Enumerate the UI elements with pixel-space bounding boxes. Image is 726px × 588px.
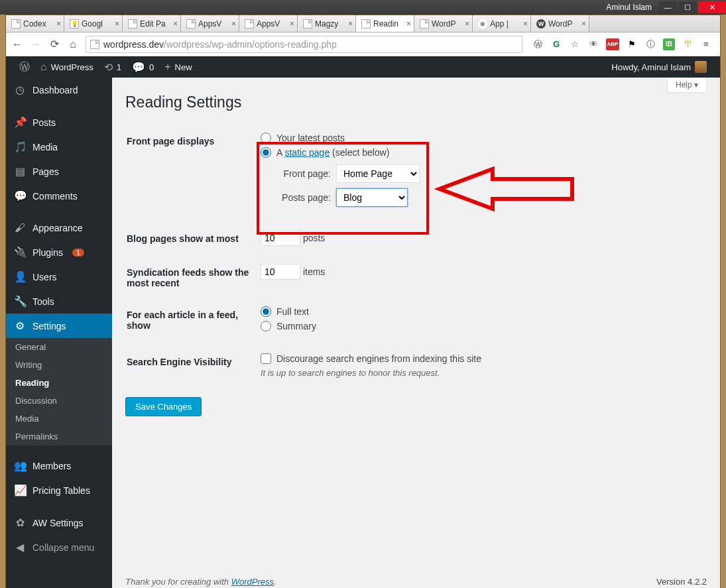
menu-icon[interactable]: ≡ — [700, 38, 712, 50]
info-ext-icon[interactable]: ⓘ — [644, 38, 656, 50]
wp-logo-menu[interactable]: Ⓦ — [14, 56, 35, 78]
tab-close-icon[interactable]: × — [406, 19, 411, 29]
radio-summary[interactable] — [261, 321, 271, 331]
browser-tab[interactable]: WWordP× — [531, 15, 589, 32]
wrench-icon: 🔧 — [14, 295, 26, 308]
comment-icon: 💬 — [132, 61, 145, 74]
option-discourage[interactable]: Discourage search engines from indexing … — [261, 353, 699, 364]
option-full-text[interactable]: Full text — [261, 306, 699, 317]
browser-tab[interactable]: Edit Pa× — [123, 15, 181, 32]
tab-close-icon[interactable]: × — [465, 19, 469, 29]
tt-ext-icon[interactable]: Ͳ — [682, 38, 694, 50]
eye-ext-icon[interactable]: 👁 — [587, 38, 599, 50]
nav-reload-button[interactable]: ⟳ — [48, 38, 60, 50]
menu-aw-settings[interactable]: ✿AW Settings — [6, 510, 112, 535]
window-minimize-button[interactable]: — — [658, 1, 677, 13]
menu-settings[interactable]: ⚙Settings — [6, 314, 112, 338]
browser-tab[interactable]: ⊕App |× — [473, 15, 531, 32]
url-host: wordpress.dev — [103, 39, 164, 50]
tab-close-icon[interactable]: × — [348, 19, 353, 29]
flag-ext-icon[interactable]: ⚑ — [626, 38, 638, 50]
browser-tab[interactable]: WordP× — [414, 15, 473, 32]
select-front-page[interactable]: Home Page — [336, 164, 420, 183]
option-static-page[interactable]: A static page (select below) — [261, 147, 699, 158]
option-latest-posts[interactable]: Your latest posts — [261, 133, 699, 143]
input-posts-per-rss[interactable] — [261, 264, 300, 280]
tab-title: Magzy — [315, 19, 345, 29]
browser-tab[interactable]: Readin× — [356, 15, 414, 32]
submenu-permalinks[interactable]: Permalinks — [6, 428, 112, 445]
tab-close-icon[interactable]: × — [231, 19, 236, 29]
os-titlebar: Aminul Islam — ☐ ✕ — [0, 0, 726, 15]
wordpress-ext-icon[interactable]: Ⓦ — [532, 38, 544, 50]
menu-comments[interactable]: 💬Comments — [6, 184, 112, 208]
menu-appearance[interactable]: 🖌Appearance — [6, 216, 112, 240]
browser-tab[interactable]: 💡Googl× — [64, 15, 123, 32]
howdy-text: Howdy, Aminul Islam — [611, 62, 691, 72]
tab-close-icon[interactable]: × — [523, 19, 528, 29]
radio-full-text[interactable] — [261, 306, 271, 317]
menu-media[interactable]: 🎵Media — [6, 135, 112, 159]
radio-latest-posts[interactable] — [261, 133, 271, 143]
tab-favicon-icon: ⊕ — [478, 19, 487, 29]
tab-close-icon[interactable]: × — [56, 19, 61, 29]
help-tab[interactable]: Help ▾ — [667, 78, 707, 93]
collapse-menu[interactable]: ◀Collapse menu — [6, 535, 112, 559]
browser-tab[interactable]: AppsV× — [239, 15, 298, 32]
tab-close-icon[interactable]: × — [290, 19, 294, 29]
adblock-ext-icon[interactable]: ABP — [606, 38, 619, 50]
window-maximize-button[interactable]: ☐ — [678, 1, 697, 13]
label-posts-page: Posts page: — [276, 192, 331, 203]
browser-tab[interactable]: AppsV× — [181, 15, 239, 32]
media-icon: 🎵 — [14, 141, 26, 153]
browser-tab[interactable]: Codex× — [6, 15, 64, 32]
comments-menu[interactable]: 💬0 — [127, 56, 159, 78]
radio-static-page[interactable] — [261, 147, 271, 158]
wp-adminbar: Ⓦ ⌂WordPress ⟲1 💬0 +New Howdy, Aminul Is… — [6, 56, 720, 78]
select-posts-page[interactable]: Blog — [336, 188, 408, 207]
option-summary[interactable]: Summary — [261, 321, 699, 331]
window-close-button[interactable]: ✕ — [698, 1, 726, 13]
new-label: New — [175, 62, 192, 72]
menu-members[interactable]: 👥Members — [6, 453, 112, 478]
pin-icon: 📌 — [14, 116, 26, 129]
nav-home-button[interactable]: ⌂ — [67, 38, 79, 50]
checkbox-discourage[interactable] — [261, 353, 271, 364]
url-bar[interactable]: wordpress.dev/wordpress/wp-admin/options… — [86, 36, 522, 53]
menu-users[interactable]: 👤Users — [6, 265, 112, 289]
tab-title: WordP — [548, 19, 579, 29]
nav-forward-button[interactable]: → — [30, 38, 42, 50]
tab-close-icon[interactable]: × — [581, 19, 586, 29]
submenu-discussion[interactable]: Discussion — [6, 392, 112, 410]
updates-menu[interactable]: ⟲1 — [99, 56, 127, 78]
avatar — [695, 61, 707, 73]
menu-dashboard[interactable]: ◷Dashboard — [6, 78, 112, 102]
ib-ext-icon[interactable]: IB — [663, 38, 675, 50]
new-content-menu[interactable]: +New — [159, 56, 197, 78]
wordpress-link[interactable]: WordPress — [231, 577, 274, 587]
menu-posts[interactable]: 📌Posts — [6, 110, 112, 135]
browser-nav-bar: ← → ⟳ ⌂ wordpress.dev/wordpress/wp-admin… — [6, 32, 720, 56]
page-title: Reading Settings — [125, 93, 707, 111]
account-menu[interactable]: Howdy, Aminul Islam — [606, 56, 712, 78]
save-button[interactable]: Save Changes — [125, 397, 202, 416]
submenu-media[interactable]: Media — [6, 410, 112, 428]
submenu-reading[interactable]: Reading — [6, 374, 112, 392]
static-page-link[interactable]: static page — [284, 147, 330, 158]
g-ext-icon[interactable]: G — [550, 38, 562, 50]
star-icon[interactable]: ☆ — [569, 38, 581, 50]
settings-submenu: General Writing Reading Discussion Media… — [6, 338, 112, 445]
menu-plugins[interactable]: 🔌Plugins1 — [6, 240, 112, 265]
menu-pages[interactable]: ▤Pages — [6, 159, 112, 184]
label-front-page: Front page: — [276, 168, 331, 179]
tab-close-icon[interactable]: × — [115, 19, 119, 29]
site-name-menu[interactable]: ⌂WordPress — [35, 56, 99, 78]
menu-tools[interactable]: 🔧Tools — [6, 289, 112, 314]
submenu-general[interactable]: General — [6, 338, 112, 356]
submenu-writing[interactable]: Writing — [6, 356, 112, 374]
tab-close-icon[interactable]: × — [173, 19, 178, 29]
nav-back-button[interactable]: ← — [11, 38, 23, 50]
browser-tab[interactable]: Magzy× — [298, 15, 356, 32]
input-posts-per-page[interactable] — [261, 230, 300, 246]
menu-pricing-tables[interactable]: 📈Pricing Tables — [6, 478, 112, 502]
